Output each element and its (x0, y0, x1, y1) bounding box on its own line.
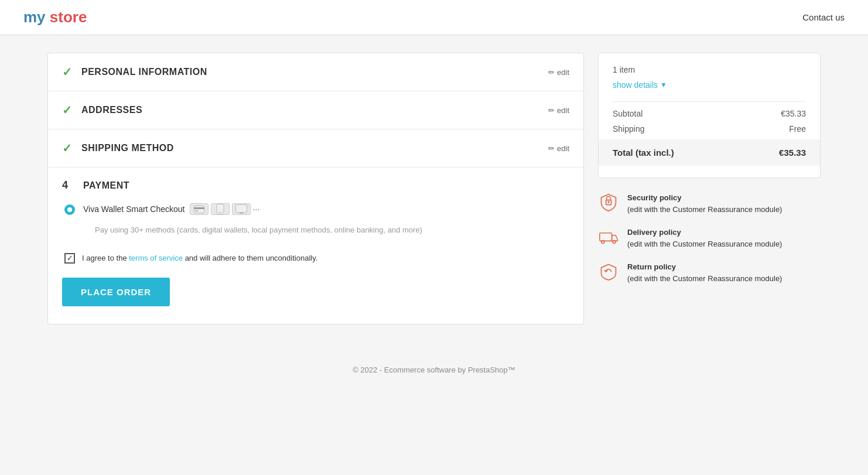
radio-inner (67, 207, 72, 212)
terms-row: ✓ I agree to the terms of service and wi… (62, 253, 569, 264)
shipping-label: Shipping (613, 124, 645, 134)
edit-shipping-link[interactable]: ✏ edit (548, 144, 569, 153)
svg-rect-10 (600, 233, 612, 241)
subtotal-label: Subtotal (613, 109, 643, 118)
footer: © 2022 - Ecommerce software by PrestaSho… (0, 354, 868, 386)
monitor-payment-icon (232, 203, 251, 215)
checkbox-checkmark: ✓ (67, 254, 73, 262)
total-value: €35.33 (779, 148, 806, 158)
svg-rect-7 (238, 214, 244, 214)
edit-personal-link[interactable]: ✏ edit (548, 68, 569, 77)
return-policy-text: Return policy (edit with the Customer Re… (627, 261, 782, 284)
logo-store: store (50, 8, 87, 26)
return-policy-description: (edit with the Customer Reassurance modu… (627, 273, 782, 285)
security-policy-text: Security policy (edit with the Customer … (627, 192, 782, 215)
step-title-addresses: ADDRESSES (81, 105, 142, 115)
edit-pencil-icon-addresses: ✏ (548, 106, 555, 115)
svg-point-9 (608, 201, 610, 203)
subtotal-value: €35.33 (781, 109, 806, 118)
total-label: Total (tax incl.) (613, 148, 674, 158)
check-icon-personal: ✓ (62, 65, 72, 79)
show-details-toggle[interactable]: show details ▼ (613, 80, 806, 90)
step-addresses: ✓ ADDRESSES ✏ edit (48, 91, 583, 129)
check-icon-addresses: ✓ (62, 103, 72, 117)
logo: my store (23, 8, 87, 26)
step-left-addresses: ✓ ADDRESSES (62, 103, 142, 117)
step-left: ✓ PERSONAL INFORMATION (62, 65, 207, 79)
security-policy-item: Security policy (edit with the Customer … (598, 192, 821, 215)
summary-divider (613, 101, 806, 102)
terms-text-before: I agree to the (82, 254, 127, 262)
svg-point-11 (602, 241, 604, 244)
delivery-policy-title: Delivery policy (627, 227, 782, 238)
shipping-value: Free (789, 124, 806, 134)
terms-text: I agree to the terms of service and will… (82, 254, 317, 262)
payment-radio-button[interactable] (64, 204, 75, 215)
payment-icons: ··· (190, 203, 260, 215)
payment-section: 4 PAYMENT Viva Wallet Smart Checkout (48, 168, 583, 324)
edit-pencil-icon-shipping: ✏ (548, 144, 555, 153)
svg-rect-0 (194, 206, 204, 213)
order-summary: 1 item show details ▼ Subtotal €35.33 Sh… (598, 53, 821, 286)
logo-space (46, 8, 50, 26)
terms-of-service-link[interactable]: terms of service (129, 254, 183, 262)
terms-checkbox[interactable]: ✓ (64, 253, 75, 264)
show-details-label: show details (613, 80, 658, 90)
svg-rect-4 (218, 212, 222, 213)
svg-rect-2 (195, 210, 199, 211)
svg-rect-5 (235, 205, 247, 213)
subtotal-row: Subtotal €35.33 (613, 109, 806, 118)
chevron-down-icon: ▼ (660, 81, 667, 89)
summary-box: 1 item show details ▼ Subtotal €35.33 Sh… (598, 53, 821, 178)
return-policy-title: Return policy (627, 261, 782, 273)
payment-header: 4 PAYMENT (62, 179, 569, 192)
shipping-row: Shipping Free (613, 124, 806, 134)
logo-my: my (23, 8, 46, 26)
delivery-policy-item: Delivery policy (edit with the Customer … (598, 227, 821, 250)
payment-description: Pay using 30+ methods (cards, digital wa… (95, 224, 569, 237)
security-policy-title: Security policy (627, 192, 782, 204)
step-left-shipping: ✓ SHIPPING METHOD (62, 141, 174, 155)
check-icon-shipping: ✓ (62, 141, 72, 155)
header: my store Contact us (0, 0, 868, 35)
credit-card-icon (190, 203, 209, 215)
security-icon (598, 192, 619, 213)
payment-step-number: 4 (62, 179, 74, 192)
delivery-policy-text: Delivery policy (edit with the Customer … (627, 227, 782, 250)
mobile-payment-icon (211, 203, 230, 215)
return-icon (598, 261, 619, 282)
payment-name: Viva Wallet Smart Checkout (83, 204, 185, 214)
security-policy-description: (edit with the Customer Reassurance modu… (627, 204, 782, 216)
footer-copyright: © 2022 - Ecommerce software by PrestaSho… (353, 365, 515, 374)
delivery-policy-description: (edit with the Customer Reassurance modu… (627, 238, 782, 250)
main-container: ✓ PERSONAL INFORMATION ✏ edit ✓ ADDRESSE… (24, 35, 844, 342)
payment-title: PAYMENT (83, 180, 129, 191)
edit-addresses-label: edit (557, 106, 569, 115)
checkout-steps: ✓ PERSONAL INFORMATION ✏ edit ✓ ADDRESSE… (47, 53, 584, 324)
payment-label: Viva Wallet Smart Checkout (83, 203, 259, 215)
svg-point-12 (613, 241, 616, 244)
step-shipping-method: ✓ SHIPPING METHOD ✏ edit (48, 129, 583, 168)
contact-us-link[interactable]: Contact us (802, 12, 845, 22)
return-policy-item: Return policy (edit with the Customer Re… (598, 261, 821, 284)
payment-more-dots: ··· (253, 204, 260, 214)
edit-personal-label: edit (557, 68, 569, 77)
terms-text-after: and will adhere to them unconditionally. (185, 254, 318, 262)
edit-pencil-icon-personal: ✏ (548, 68, 555, 77)
policy-section: Security policy (edit with the Customer … (598, 190, 821, 286)
edit-shipping-label: edit (557, 144, 569, 153)
edit-addresses-link[interactable]: ✏ edit (548, 106, 569, 115)
step-title-personal: PERSONAL INFORMATION (81, 67, 207, 77)
payment-option: Viva Wallet Smart Checkout (62, 203, 569, 215)
step-title-shipping: SHIPPING METHOD (81, 143, 174, 153)
item-count: 1 item (613, 65, 806, 74)
step-personal-information: ✓ PERSONAL INFORMATION ✏ edit (48, 53, 583, 91)
delivery-icon (598, 227, 619, 248)
total-row: Total (tax incl.) €35.33 (599, 139, 820, 166)
place-order-button[interactable]: PLACE ORDER (62, 278, 170, 306)
svg-rect-1 (194, 207, 204, 209)
